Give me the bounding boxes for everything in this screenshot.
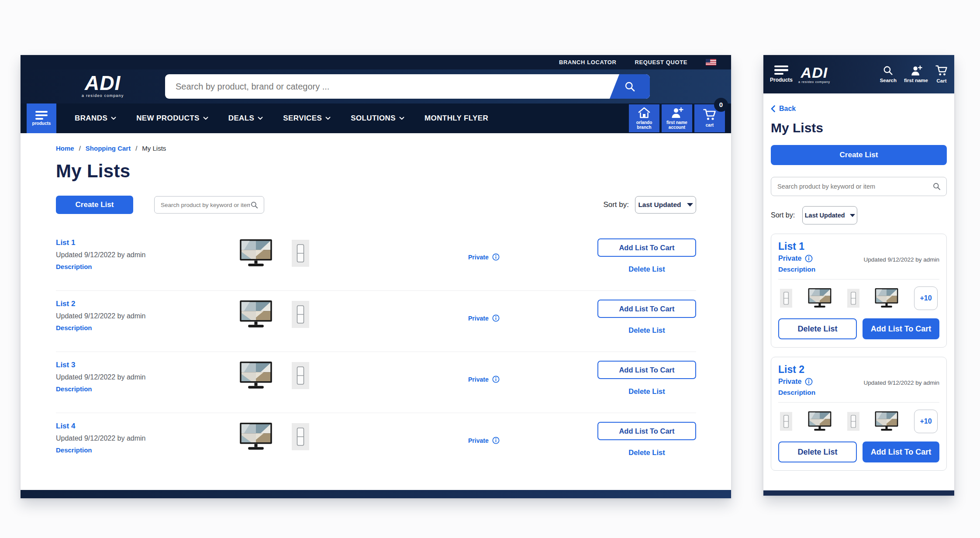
- list-name-link[interactable]: List 3: [56, 361, 75, 369]
- breadcrumb: Home / Shopping Cart / My Lists: [56, 145, 696, 152]
- info-icon[interactable]: [492, 437, 500, 444]
- sort-dropdown[interactable]: Last Updated: [635, 196, 696, 214]
- breadcrumb-shopping-cart-link[interactable]: Shopping Cart: [86, 145, 131, 152]
- products-menu-button[interactable]: Products: [770, 66, 793, 83]
- nav-items: BRANDS NEW PRODUCTS DEALS SERVICES SOLUT…: [75, 103, 488, 133]
- more-items-button[interactable]: +10: [914, 286, 938, 310]
- search-icon: [883, 65, 894, 76]
- cart-tile-button[interactable]: 0 cart: [694, 104, 725, 132]
- privacy-badge: Private: [468, 437, 542, 444]
- list-row: List 3 Updated 9/12/2022 by admin Descri…: [56, 352, 696, 413]
- nav-item-deals[interactable]: DEALS: [228, 114, 263, 123]
- privacy-badge: Private: [468, 314, 542, 322]
- global-search-button[interactable]: [610, 74, 650, 99]
- list-name-link[interactable]: List 2: [56, 300, 75, 308]
- add-list-to-cart-button[interactable]: Add List To Cart: [597, 361, 696, 379]
- branch-tile-button[interactable]: orlando branch: [629, 104, 659, 132]
- privacy-label: Private: [778, 378, 801, 386]
- list-description-link[interactable]: Description: [56, 385, 92, 393]
- list-description-link[interactable]: Description: [56, 324, 92, 331]
- create-list-button[interactable]: Create List: [56, 196, 133, 214]
- list-row-info: List 3 Updated 9/12/2022 by admin Descri…: [56, 361, 239, 393]
- products-menu-button[interactable]: products: [27, 103, 56, 133]
- privacy-badge: Private: [778, 255, 815, 262]
- breadcrumb-separator: /: [79, 145, 81, 152]
- search-button-label: Search: [880, 78, 897, 83]
- add-list-to-cart-button[interactable]: Add List To Cart: [597, 422, 696, 440]
- lists-container: List 1 Updated 9/12/2022 by admin Descri…: [56, 230, 696, 474]
- add-list-to-cart-button[interactable]: Add List To Cart: [597, 300, 696, 318]
- nav-item-brands[interactable]: BRANDS: [75, 114, 116, 123]
- sort-dropdown[interactable]: Last Updated: [802, 206, 857, 224]
- card-divider: [778, 402, 939, 403]
- list-row: List 4 Updated 9/12/2022 by admin Descri…: [56, 413, 696, 474]
- request-quote-link[interactable]: REQUEST QUOTE: [635, 59, 687, 66]
- list-name-link[interactable]: List 1: [778, 241, 804, 252]
- list-card-actions: Delete List Add List To Cart: [778, 318, 939, 339]
- add-list-to-cart-button[interactable]: Add List To Cart: [863, 318, 939, 339]
- list-updated-text: Updated 9/12/2022 by admin: [56, 373, 239, 381]
- search-button[interactable]: Search: [880, 65, 897, 83]
- more-items-button[interactable]: +10: [914, 410, 938, 433]
- nav-item-services[interactable]: SERVICES: [283, 114, 331, 123]
- info-icon[interactable]: [805, 255, 813, 262]
- list-description-link[interactable]: Description: [56, 446, 92, 454]
- nav-item-new-products[interactable]: NEW PRODUCTS: [136, 114, 208, 123]
- list-description-link[interactable]: Description: [778, 266, 815, 273]
- delete-list-link[interactable]: Delete List: [628, 326, 665, 335]
- mobile-header-actions: Search first name Cart: [880, 65, 948, 83]
- list-row-actions: Add List To Cart Delete List: [597, 300, 696, 335]
- back-link[interactable]: Back: [771, 105, 796, 113]
- account-button[interactable]: first name: [904, 65, 928, 83]
- page-title: My Lists: [771, 121, 947, 135]
- mobile-content: Back My Lists Create List Sort by: Last …: [763, 93, 954, 490]
- branch-locator-link[interactable]: BRANCH LOCATOR: [559, 59, 616, 66]
- adi-logo[interactable]: ADI a resideo company: [798, 65, 830, 83]
- privacy-label: Private: [468, 437, 489, 444]
- logo-text: ADI: [798, 65, 830, 80]
- adi-logo[interactable]: ADI a resideo company: [82, 73, 124, 98]
- switch-product-thumbnail: [292, 300, 309, 328]
- add-list-to-cart-button[interactable]: Add List To Cart: [597, 238, 696, 257]
- info-icon[interactable]: [492, 253, 500, 261]
- create-list-button[interactable]: Create List: [771, 145, 947, 165]
- sort-control: Sort by: Last Updated: [771, 206, 947, 224]
- list-row-info: List 1 Updated 9/12/2022 by admin Descri…: [56, 238, 239, 271]
- logo-tagline: a resideo company: [82, 93, 124, 98]
- list-description-link[interactable]: Description: [778, 389, 815, 397]
- list-search-input[interactable]: [161, 202, 250, 208]
- account-tile-button[interactable]: first name account: [662, 104, 692, 132]
- list-name-link[interactable]: List 2: [778, 364, 804, 376]
- list-description-link[interactable]: Description: [56, 263, 92, 270]
- list-name-link[interactable]: List 1: [56, 238, 75, 247]
- switch-product-thumbnail: [847, 410, 859, 432]
- hamburger-icon: [35, 111, 48, 120]
- desktop-content: Home / Shopping Cart / My Lists My Lists…: [21, 133, 731, 490]
- delete-list-button[interactable]: Delete List: [778, 441, 857, 462]
- chevron-down-icon: [111, 117, 116, 120]
- us-flag-icon[interactable]: [706, 59, 716, 66]
- add-list-to-cart-button[interactable]: Add List To Cart: [863, 441, 939, 462]
- main-nav: products BRANDS NEW PRODUCTS DEALS SERVI…: [21, 103, 731, 133]
- delete-list-link[interactable]: Delete List: [628, 448, 665, 457]
- nav-item-solutions[interactable]: SOLUTIONS: [351, 114, 404, 123]
- cart-button[interactable]: Cart: [935, 65, 948, 83]
- list-updated-text: Updated 9/12/2022 by admin: [56, 251, 239, 259]
- switch-product-thumbnail: [780, 287, 792, 309]
- privacy-badge: Private: [778, 378, 815, 386]
- breadcrumb-home-link[interactable]: Home: [56, 145, 74, 152]
- info-icon[interactable]: [492, 376, 500, 383]
- delete-list-button[interactable]: Delete List: [778, 318, 857, 339]
- nav-item-monthly-flyer[interactable]: MONTHLY FLYER: [424, 114, 488, 123]
- delete-list-link[interactable]: Delete List: [628, 387, 665, 396]
- list-row: List 1 Updated 9/12/2022 by admin Descri…: [56, 230, 696, 291]
- person-add-icon: [670, 107, 683, 118]
- list-name-link[interactable]: List 4: [56, 422, 75, 431]
- list-search-input[interactable]: [777, 183, 932, 190]
- global-search-input[interactable]: [165, 82, 610, 92]
- info-icon[interactable]: [492, 314, 500, 322]
- branch-tile-label: orlando branch: [629, 120, 659, 130]
- info-icon[interactable]: [805, 378, 813, 386]
- delete-list-link[interactable]: Delete List: [628, 265, 665, 273]
- sort-label: Sort by:: [603, 200, 629, 209]
